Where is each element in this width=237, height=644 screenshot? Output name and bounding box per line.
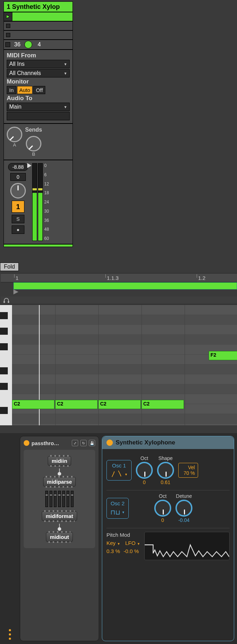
param-label: Shape xyxy=(158,455,173,461)
chevron-down-icon: ▼ xyxy=(64,105,67,109)
stop-icon xyxy=(6,33,10,37)
bar-count[interactable]: 36 xyxy=(12,41,22,48)
max-object[interactable]: midiparse xyxy=(43,477,76,487)
max-multislider[interactable] xyxy=(44,489,75,508)
fold-button[interactable]: Fold xyxy=(0,263,19,271)
note-grid[interactable]: F2 C2 C2 C2 C2 xyxy=(12,305,237,425)
send-b-label: B xyxy=(32,151,35,157)
play-status-led xyxy=(24,41,32,48)
svg-rect-4 xyxy=(8,301,9,303)
clip-stop-slot[interactable] xyxy=(4,21,73,30)
track-highlight-bar xyxy=(4,244,73,247)
param-value[interactable]: 0.61 xyxy=(161,479,170,485)
monitor-off-button[interactable]: Off xyxy=(33,86,45,94)
square-wave-icon: ⊓⊔ xyxy=(110,508,120,516)
pitch-mod-label: Pitch Mod xyxy=(106,532,140,538)
osc1-oct-knob[interactable] xyxy=(136,462,153,479)
patch-cable xyxy=(59,468,60,474)
peak-db-display[interactable]: -8.88 xyxy=(8,163,28,171)
param-label: Detune xyxy=(176,493,192,499)
instrument-device[interactable]: Synthetic Xylophone Osc 1 〳〵▼ Oct0 Shape… xyxy=(102,436,234,641)
device-save-icon[interactable]: 💾 xyxy=(89,440,95,446)
midi-from-channel[interactable]: All Channels▼ xyxy=(7,69,70,77)
midi-from-label: MIDI From xyxy=(7,52,70,59)
fader-handle-icon[interactable] xyxy=(27,163,32,168)
loop-brace[interactable] xyxy=(13,282,237,289)
drop-dot-icon xyxy=(9,633,11,636)
send-a-knob[interactable] xyxy=(7,127,22,142)
pan-knob[interactable] xyxy=(10,183,26,199)
max-device[interactable]: passthro… ⤢ ↻ 💾 midiin midiparse midifor… xyxy=(20,436,99,641)
audio-to-sub[interactable] xyxy=(7,112,70,120)
param-value[interactable]: -0.04 xyxy=(178,517,190,523)
osc1-shape-knob[interactable] xyxy=(157,462,174,479)
loop-start-marker-icon[interactable] xyxy=(13,289,19,294)
osc2-selector[interactable]: Osc 2 ⊓⊔▼ xyxy=(106,498,129,519)
time-marker: 1.1.3 xyxy=(107,275,118,281)
midi-note[interactable]: C2 xyxy=(141,400,184,409)
max-object[interactable]: midiin xyxy=(48,456,71,466)
svg-marker-0 xyxy=(6,15,10,18)
device-drop-area[interactable] xyxy=(0,433,20,644)
piano-keys[interactable] xyxy=(0,305,12,425)
time-marker: 1.2 xyxy=(198,275,206,281)
pitch-lfo-dropdown[interactable]: LFO ▼ xyxy=(125,540,140,546)
clip-stop-slot[interactable] xyxy=(4,30,73,40)
signature-row[interactable]: 36 4 xyxy=(4,40,73,50)
stop-icon xyxy=(5,42,10,47)
osc2-oct-knob[interactable] xyxy=(154,500,171,517)
monitor-label: Monitor xyxy=(7,78,70,85)
triangle-wave-icon: 〳〵 xyxy=(110,471,123,478)
device-title: passthro… xyxy=(31,440,59,446)
svg-marker-2 xyxy=(13,289,18,294)
chevron-down-icon: ▼ xyxy=(64,62,67,66)
meter-scale: 0612 182430 364860 xyxy=(44,163,49,241)
clip-play-button[interactable] xyxy=(4,12,12,21)
midi-note[interactable]: C2 xyxy=(98,400,141,409)
param-value[interactable]: 0 xyxy=(161,517,164,523)
send-b-knob[interactable] xyxy=(26,136,41,151)
track-title[interactable]: 1 Synthetic Xylop xyxy=(4,1,73,12)
monitor-in-button[interactable]: In xyxy=(7,86,16,94)
record-arm-button[interactable]: ● xyxy=(12,225,24,234)
patch-cable xyxy=(59,524,60,529)
max-object[interactable]: midiformat xyxy=(42,511,77,521)
velocity-box[interactable]: Vel70 % xyxy=(178,463,198,478)
midi-note[interactable]: C2 xyxy=(55,400,98,409)
device-edit-icon[interactable]: ↻ xyxy=(80,440,87,446)
max-object[interactable]: midiout xyxy=(46,532,73,542)
drop-dot-icon xyxy=(9,638,11,640)
device-on-led[interactable] xyxy=(106,439,113,446)
param-label: Oct xyxy=(159,493,167,499)
osc1-row: Osc 1 〳〵▼ Oct0 Shape0.61 Vel70 % xyxy=(106,453,230,490)
osc2-detune-knob[interactable] xyxy=(175,500,192,517)
monitor-auto-button[interactable]: Auto xyxy=(17,86,33,94)
param-value[interactable]: 0 xyxy=(143,479,146,485)
device-expand-icon[interactable]: ⤢ xyxy=(72,440,78,446)
beat-count[interactable]: 4 xyxy=(34,41,44,48)
osc2-row: Osc 2 ⊓⊔▼ Oct0 Detune-0.04 xyxy=(106,490,230,528)
headphones-icon xyxy=(4,298,9,303)
midi-note[interactable]: F2 xyxy=(209,351,237,360)
pitch-lfo-value[interactable]: -0.0 % xyxy=(123,548,139,554)
timeline-ruler[interactable]: 1 1.1.3 1.2 xyxy=(1,273,237,282)
midi-note[interactable]: C2 xyxy=(12,400,54,409)
track-activator-button[interactable]: 1 xyxy=(12,201,24,213)
piano-roll[interactable]: F2 C2 C2 C2 C2 xyxy=(0,305,237,425)
track-strip: 1 Synthetic Xylop 36 4 MIDI From All Ins… xyxy=(4,1,73,247)
clip-slot[interactable] xyxy=(4,12,73,21)
headphone-preview-row[interactable] xyxy=(1,297,237,304)
waveform-scope xyxy=(144,532,230,560)
gain-display[interactable]: 0 xyxy=(10,173,26,181)
device-on-led[interactable] xyxy=(24,440,29,446)
midi-from-input[interactable]: All Ins▼ xyxy=(7,60,70,68)
volume-meter[interactable]: 0612 182430 364860 xyxy=(32,163,49,241)
audio-to-output[interactable]: Main▼ xyxy=(7,103,70,111)
chevron-down-icon: ▼ xyxy=(122,511,125,514)
osc1-selector[interactable]: Osc 1 〳〵▼ xyxy=(106,460,132,481)
pitch-key-dropdown[interactable]: Key ▼ xyxy=(106,540,120,546)
pitch-key-value[interactable]: 0.3 % xyxy=(106,548,120,554)
solo-button[interactable]: S xyxy=(12,215,24,223)
max-patcher: midiin midiparse midiformat midiout xyxy=(24,450,95,548)
send-a-label: A xyxy=(13,142,16,148)
